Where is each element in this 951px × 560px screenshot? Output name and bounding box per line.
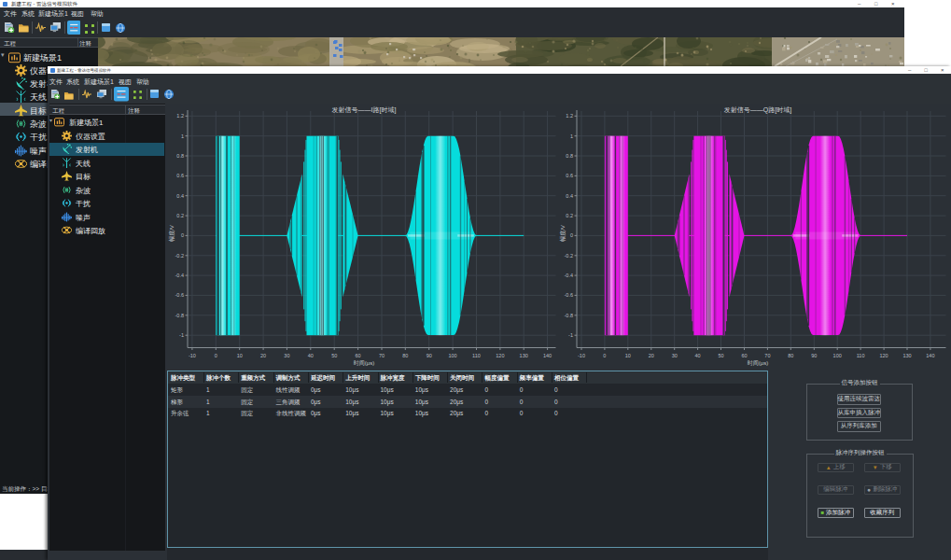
svg-text:10: 10: [237, 353, 243, 358]
svg-text:0: 0: [181, 232, 184, 238]
svg-text:80: 80: [788, 353, 793, 358]
svg-text:0.4: 0.4: [176, 193, 184, 199]
svg-text:90: 90: [811, 353, 817, 358]
svg-text:幅度/V: 幅度/V: [559, 225, 566, 242]
svg-text:0.2: 0.2: [566, 213, 573, 218]
svg-text:0: 0: [215, 353, 217, 358]
svg-text:-0.2: -0.2: [175, 253, 184, 259]
svg-text:0.8: 0.8: [566, 153, 573, 159]
svg-text:120: 120: [880, 353, 888, 358]
svg-text:20: 20: [649, 353, 654, 358]
svg-text:40: 40: [308, 353, 314, 358]
svg-text:时间(μs): 时间(μs): [748, 360, 768, 367]
svg-text:-0.8: -0.8: [565, 313, 573, 318]
svg-text:0.2: 0.2: [176, 213, 184, 218]
svg-text:110: 110: [857, 353, 865, 358]
svg-text:140: 140: [926, 353, 934, 358]
svg-text:100: 100: [833, 353, 842, 358]
svg-text:1.2: 1.2: [566, 113, 573, 119]
svg-text:90: 90: [427, 353, 432, 358]
svg-text:0.6: 0.6: [566, 173, 573, 178]
svg-text:50: 50: [718, 353, 723, 358]
svg-text:-0.4: -0.4: [175, 273, 184, 278]
svg-text:70: 70: [379, 353, 385, 358]
svg-text:0.8: 0.8: [176, 153, 184, 159]
svg-text:1.2: 1.2: [176, 113, 184, 119]
svg-text:-10: -10: [189, 353, 196, 358]
svg-text:60: 60: [356, 353, 361, 358]
svg-text:-0.6: -0.6: [565, 292, 573, 298]
svg-text:-0.8: -0.8: [175, 313, 184, 318]
svg-text:120: 120: [496, 353, 504, 358]
svg-text:50: 50: [331, 353, 337, 358]
svg-text:-1: -1: [568, 332, 573, 338]
svg-text:10: 10: [625, 353, 631, 358]
svg-text:140: 140: [543, 353, 552, 358]
svg-text:30: 30: [672, 353, 678, 358]
svg-text:130: 130: [520, 353, 528, 358]
svg-text:130: 130: [902, 353, 911, 358]
svg-text:0: 0: [570, 232, 573, 238]
svg-text:-10: -10: [578, 353, 585, 358]
svg-text:30: 30: [284, 353, 289, 358]
svg-text:110: 110: [472, 353, 481, 358]
svg-text:40: 40: [695, 353, 701, 358]
svg-text:-0.2: -0.2: [565, 253, 573, 259]
svg-text:发射信号——I路[时域]: 发射信号——I路[时域]: [332, 106, 397, 114]
svg-text:0.4: 0.4: [566, 193, 573, 199]
svg-text:70: 70: [764, 353, 770, 358]
svg-text:0.6: 0.6: [176, 173, 184, 178]
svg-text:-1: -1: [179, 332, 184, 338]
svg-text:时间(μs): 时间(μs): [354, 360, 374, 367]
svg-text:1: 1: [570, 133, 573, 139]
svg-text:发射信号——Q路[时域]: 发射信号——Q路[时域]: [724, 106, 791, 114]
svg-text:1: 1: [181, 133, 184, 139]
svg-text:0: 0: [603, 353, 606, 358]
svg-text:-0.4: -0.4: [565, 273, 573, 278]
svg-text:20: 20: [260, 353, 266, 358]
svg-text:幅度/V: 幅度/V: [168, 225, 175, 242]
svg-text:80: 80: [402, 353, 408, 358]
svg-text:100: 100: [449, 353, 457, 358]
svg-text:60: 60: [741, 353, 747, 358]
svg-text:-0.6: -0.6: [175, 292, 184, 298]
